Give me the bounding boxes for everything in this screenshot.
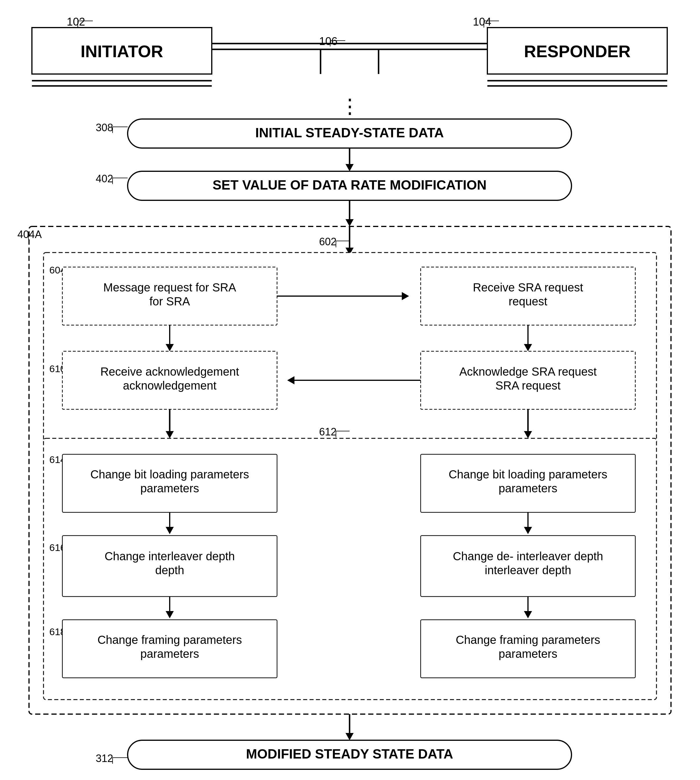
box-606-line1: Receive SRA request <box>473 281 583 294</box>
box-608-line1: Acknowledge SRA request <box>459 365 597 378</box>
box-622-line2: interleaver depth <box>485 564 571 576</box>
ref-402-label: 402 <box>96 173 113 185</box>
initial-steady-state-label: INITIAL STEADY-STATE DATA <box>255 125 444 140</box>
responder-label: RESPONDER <box>524 42 630 61</box>
ref-602-label: 602 <box>319 236 337 247</box>
set-value-label: SET VALUE OF DATA RATE MODIFICATION <box>213 177 487 192</box>
modified-steady-state-label: MODIFIED STEADY STATE DATA <box>246 746 453 762</box>
ref-612-label: 612 <box>319 426 337 438</box>
ref-404a-label: 404A <box>17 229 42 241</box>
box-606-line2: request <box>508 295 547 308</box>
box-610-line2: acknowledgement <box>123 379 217 392</box>
ref-312-label: 312 <box>96 752 113 764</box>
box-614-line2: parameters <box>140 482 199 494</box>
arrow-to-modified <box>345 733 353 740</box>
box-608-line2: SRA request <box>495 379 561 392</box>
box-618-line1: Change framing parameters <box>97 633 242 646</box>
box-616-line1: Change interleaver depth <box>105 550 235 563</box>
initiator-label: INITIATOR <box>81 42 163 61</box>
box-604-line1: Message request for SRA <box>103 281 236 294</box>
full-diagram: 102 104 INITIATOR RESPONDER 106 ⋮ <box>0 0 700 780</box>
ref-104-label: 104 <box>473 16 491 28</box>
ref-106-label: 106 <box>319 35 337 47</box>
box-624-line1: Change framing parameters <box>456 633 600 646</box>
arrow-down-2 <box>345 219 353 226</box>
box-610-line1: Receive acknowledgement <box>100 365 239 378</box>
box-620-line1: Change bit loading parameters <box>448 468 607 481</box>
box-604-line2: for SRA <box>149 295 190 308</box>
box-618-line2: parameters <box>140 647 199 660</box>
continuation-dots: ⋮ <box>340 95 360 118</box>
box-622-line1: Change de- interleaver depth <box>453 550 603 563</box>
box-620-line2: parameters <box>499 482 557 494</box>
box-616-line2: depth <box>155 564 184 576</box>
ref-102-label: 102 <box>67 16 85 28</box>
box-614-line1: Change bit loading parameters <box>90 468 249 481</box>
box-624-line2: parameters <box>499 647 557 660</box>
ref-308-label: 308 <box>96 122 113 134</box>
arrow-down-1 <box>345 164 353 171</box>
